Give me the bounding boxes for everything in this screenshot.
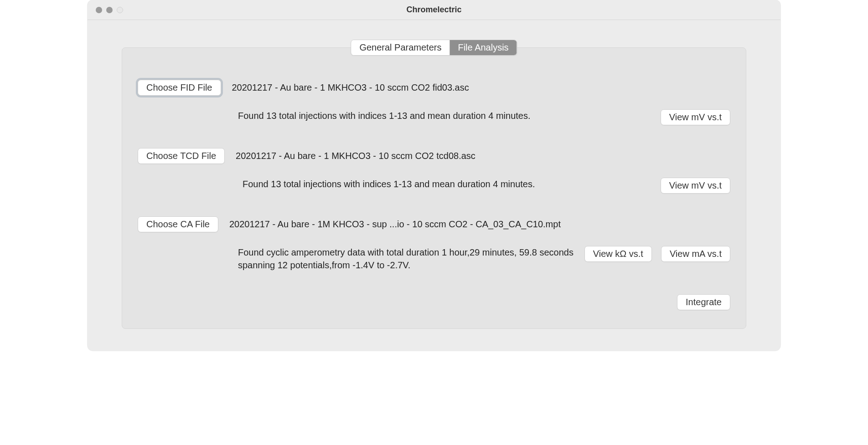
main-panel: General Parameters File Analysis Choose …: [122, 47, 746, 329]
ca-status-text: Found cyclic amperometry data with total…: [238, 246, 575, 271]
ca-group: Choose CA File 20201217 - Au bare - 1M K…: [138, 216, 730, 271]
ca-view-ma-button[interactable]: View mA vs.t: [661, 246, 730, 262]
titlebar: Chromelectric: [88, 0, 780, 20]
fid-group: Choose FID File 20201217 - Au bare - 1 M…: [138, 80, 730, 125]
tab-general-parameters[interactable]: General Parameters: [351, 40, 450, 55]
choose-fid-file-button[interactable]: Choose FID File: [138, 80, 221, 96]
integrate-button[interactable]: Integrate: [677, 294, 730, 310]
tcd-status-text: Found 13 total injections with indices 1…: [243, 178, 535, 190]
fid-status-row: Found 13 total injections with indices 1…: [138, 109, 730, 125]
ca-file-name: 20201217 - Au bare - 1M KHCO3 - sup ...i…: [229, 219, 561, 230]
fid-view-mv-button[interactable]: View mV vs.t: [661, 109, 730, 125]
tcd-status-row: Found 13 total injections with indices 1…: [138, 178, 730, 194]
app-window: Chromelectric General Parameters File An…: [88, 0, 780, 351]
traffic-lights: [88, 7, 123, 13]
ca-status-row: Found cyclic amperometry data with total…: [138, 246, 730, 271]
ca-file-row: Choose CA File 20201217 - Au bare - 1M K…: [138, 216, 730, 232]
integrate-row: Integrate: [138, 294, 730, 310]
fid-file-row: Choose FID File 20201217 - Au bare - 1 M…: [138, 80, 730, 96]
ca-view-kohm-button[interactable]: View kΩ vs.t: [584, 246, 652, 262]
tab-file-analysis[interactable]: File Analysis: [450, 40, 517, 55]
content-area: General Parameters File Analysis Choose …: [88, 20, 780, 347]
tcd-file-row: Choose TCD File 20201217 - Au bare - 1 M…: [138, 148, 730, 164]
window-title: Chromelectric: [88, 5, 780, 15]
fid-status-text: Found 13 total injections with indices 1…: [238, 109, 531, 122]
fid-file-name: 20201217 - Au bare - 1 MKHCO3 - 10 sccm …: [232, 82, 469, 93]
tcd-view-mv-button[interactable]: View mV vs.t: [661, 178, 730, 194]
fid-actions: View mV vs.t: [661, 109, 730, 125]
minimize-icon[interactable]: [106, 7, 113, 13]
tcd-file-name: 20201217 - Au bare - 1 MKHCO3 - 10 sccm …: [236, 151, 475, 161]
tcd-group: Choose TCD File 20201217 - Au bare - 1 M…: [138, 148, 730, 194]
tab-bar: General Parameters File Analysis: [351, 40, 517, 56]
tcd-actions: View mV vs.t: [661, 178, 730, 194]
close-icon[interactable]: [96, 7, 102, 13]
ca-actions: View kΩ vs.t View mA vs.t: [584, 246, 730, 262]
choose-tcd-file-button[interactable]: Choose TCD File: [138, 148, 225, 164]
maximize-icon[interactable]: [117, 7, 123, 13]
choose-ca-file-button[interactable]: Choose CA File: [138, 216, 218, 232]
